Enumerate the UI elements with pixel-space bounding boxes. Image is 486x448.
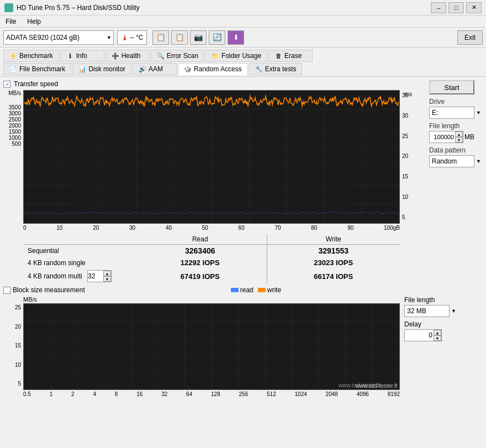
bottom-chart-canvas (23, 303, 400, 390)
random-single-row: 4 KB random single 12292 IOPS 23023 IOPS (23, 257, 400, 268)
write-legend: write (258, 286, 281, 294)
bottom-chart-container: www.ssd-tester.fr (23, 303, 400, 390)
delay-up-btn[interactable]: ▲ (434, 330, 441, 335)
bottom-chart-section: MB/s 25 20 15 10 5 www.ssd-tester.fr (3, 296, 400, 397)
bottom-charts-wrapper: MB/s 25 20 15 10 5 www.ssd-tester.fr (3, 296, 483, 397)
tab-row-2: 📄 File Benchmark 📊 Disk monitor 🔊 AAM 🎲 … (3, 63, 483, 75)
extra-tests-icon: 🔧 (255, 65, 263, 73)
bottom-mbs-label: MB/s (23, 296, 400, 303)
bottom-section: Block size measurement read write MB/s 2… (0, 284, 486, 399)
bottom-file-length-dropdown[interactable]: 32 MB 64 MB 128 MB 256 MB (404, 305, 450, 317)
temperature-display: 🌡 – °C (117, 30, 147, 45)
exit-button[interactable]: Exit (457, 30, 483, 45)
data-pattern-dropdown[interactable]: Random 0x00 0xFF Custom (429, 155, 474, 167)
x-axis-labels: 0 10 20 30 40 50 60 70 80 90 100gB (23, 224, 400, 231)
info-icon: ℹ (66, 52, 74, 60)
bottom-x-axis: 0.5 1 2 4 8 16 32 64 128 256 512 1024 20… (23, 390, 400, 397)
bottom-chart-wrapper: 25 20 15 10 5 www.ssd-tester.fr (3, 303, 400, 390)
y-axis-right: 35 30 25 20 15 10 5 (400, 90, 413, 223)
read-header: Read (134, 234, 267, 245)
start-button[interactable]: Start (429, 80, 474, 94)
multi-up-btn[interactable]: ▲ (103, 271, 111, 276)
data-pattern-label: Data pattern (429, 146, 483, 154)
temperature-value: – °C (130, 34, 143, 41)
tab-erase[interactable]: 🗑 Erase (268, 50, 313, 62)
tab-error-scan[interactable]: 🔍 Error Scan (151, 50, 204, 62)
file-length-down-btn[interactable]: ▼ (455, 137, 463, 143)
y-axis-left: MB/s 3500 3000 2500 2000 1500 1000 500 (3, 90, 23, 155)
tab-folder-usage[interactable]: 📁 Folder Usage (205, 50, 267, 62)
drive-dropdown[interactable]: E: (429, 107, 474, 119)
y-label-mbs: MB/s (3, 90, 21, 104)
delay-input[interactable] (405, 330, 434, 341)
random-multi-row: 4 KB random multi ▲ ▼ 67419 IOPS (23, 268, 400, 284)
main-chart-wrapper: MB/s 3500 3000 2500 2000 1500 1000 500 m… (3, 90, 425, 224)
tab-row-1: ⚡ Benchmark ℹ Info ➕ Health 🔍 Error Scan… (3, 50, 483, 62)
disk-monitor-icon: 📊 (78, 65, 86, 73)
ms-label: ms (405, 91, 412, 97)
random-single-read: 12292 IOPS (134, 257, 267, 268)
write-legend-label: write (267, 286, 281, 294)
maximize-button[interactable]: □ (448, 2, 464, 13)
copy2-btn[interactable]: 📋 (171, 30, 188, 45)
camera-btn[interactable]: 📷 (190, 30, 207, 45)
bottom-file-length-control: File length 32 MB 64 MB 128 MB 256 MB (404, 296, 458, 317)
refresh-btn[interactable]: 🔄 (209, 30, 225, 45)
tab-benchmark[interactable]: ⚡ Benchmark (3, 50, 59, 62)
transfer-speed-label: Transfer speed (14, 80, 58, 88)
random-single-label: 4 KB random single (23, 257, 134, 268)
block-size-label: Block size measurement (13, 286, 85, 294)
random-multi-read: 67419 IOPS (134, 268, 267, 284)
random-multi-write: 66174 IOPS (267, 268, 400, 284)
delay-input-wrapper: ▲ ▼ (404, 329, 442, 341)
write-header: Write (267, 234, 400, 245)
drive-selector[interactable]: ADATA SE920 (1024 gB) (3, 30, 114, 45)
multi-down-btn[interactable]: ▼ (103, 276, 111, 282)
main-content: Transfer speed MB/s 3500 3000 2500 2000 … (0, 77, 486, 284)
tab-health[interactable]: ➕ Health (105, 50, 150, 62)
bottom-y-axis: 25 20 15 10 5 (3, 303, 23, 389)
drive-selector-wrapper: ADATA SE920 (1024 gB) (3, 30, 114, 45)
multi-threads-input[interactable] (88, 271, 103, 282)
window-controls: – □ ✕ (431, 2, 482, 13)
tab-random-access[interactable]: 🎲 Random Access (178, 63, 248, 75)
folder-icon: 📁 (212, 52, 219, 60)
transfer-speed-checkbox[interactable] (3, 81, 10, 88)
file-length-up-btn[interactable]: ▲ (455, 131, 463, 137)
random-single-write: 23023 IOPS (267, 257, 400, 268)
watermark: www.ssd-tester.fr (356, 383, 398, 389)
drive-bar: ADATA SE920 (1024 gB) 🌡 – °C 📋 📋 📷 🔄 ⬇ E… (0, 28, 486, 48)
minimize-button[interactable]: – (431, 2, 446, 13)
tab-aam[interactable]: 🔊 AAM (133, 63, 177, 75)
delay-down-btn[interactable]: ▼ (434, 335, 441, 341)
file-menu[interactable]: File (2, 17, 19, 26)
random-multi-label: 4 KB random multi (28, 272, 82, 280)
block-size-header: Block size measurement read write (3, 286, 483, 294)
drive-controls: 📋 📋 📷 🔄 ⬇ (152, 30, 244, 45)
tab-extra-tests[interactable]: 🔧 Extra tests (249, 63, 303, 75)
copy-btn[interactable]: 📋 (152, 30, 169, 45)
right-panel: Start Drive E: File length ▲ ▼ (425, 80, 483, 284)
download-btn[interactable]: ⬇ (228, 30, 244, 45)
bottom-file-length-label: File length (404, 296, 458, 304)
drive-control: Drive E: (429, 98, 483, 119)
drive-dropdown-wrapper: E: (429, 107, 483, 119)
file-benchmark-icon: 📄 (9, 65, 17, 73)
tab-info[interactable]: ℹ Info (60, 50, 104, 62)
sequential-read: 3263406 (134, 245, 267, 257)
app-icon (4, 3, 13, 12)
health-icon: ➕ (112, 52, 119, 60)
multi-spinner: ▲ ▼ (87, 272, 112, 280)
left-panel: Transfer speed MB/s 3500 3000 2500 2000 … (3, 80, 425, 284)
file-length-input[interactable] (430, 131, 455, 143)
tab-file-benchmark[interactable]: 📄 File Benchmark (3, 63, 71, 75)
file-length-control: File length ▲ ▼ MB (429, 122, 483, 143)
error-scan-icon: 🔍 (157, 52, 165, 60)
read-legend-color (231, 288, 239, 292)
block-size-checkbox[interactable] (3, 287, 10, 294)
menu-bar: File Help (0, 15, 486, 28)
help-menu[interactable]: Help (24, 17, 44, 26)
sequential-write: 3291553 (267, 245, 400, 257)
tab-disk-monitor[interactable]: 📊 Disk monitor (72, 63, 131, 75)
close-button[interactable]: ✕ (466, 2, 482, 13)
